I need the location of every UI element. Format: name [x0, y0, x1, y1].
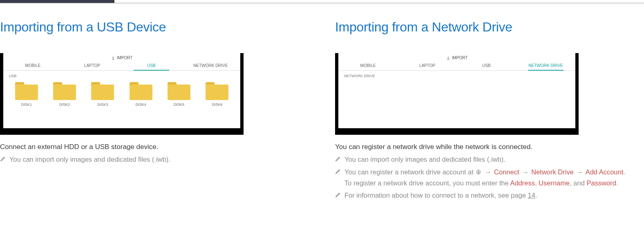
pencil-icon [0, 156, 6, 162]
import-label: IMPORT [117, 56, 133, 60]
svg-point-0 [478, 172, 479, 173]
note2-line2: To register a network drive account, you… [344, 178, 637, 188]
folder-icon [91, 82, 114, 100]
left-title: Importing from a USB Device [0, 20, 302, 35]
folder-icon [130, 82, 152, 100]
tab-usb[interactable]: USB [457, 62, 516, 70]
tab-network-drive[interactable]: NETWORK DRIVE [181, 62, 240, 70]
right-body-text: You can register a network drive while t… [335, 143, 637, 151]
left-column: Importing from a USB Device IMPORT MOBIL… [0, 20, 302, 203]
folders-row: DISK1 DISK2 DISK3 DISK4 DISK5 DISK6 [3, 80, 240, 107]
tab-mobile[interactable]: MOBILE [338, 62, 398, 70]
folder-icon [206, 82, 228, 100]
pencil-icon [335, 192, 341, 198]
download-icon [446, 56, 450, 60]
period: . [623, 168, 625, 176]
tab-laptop[interactable]: LAPTOP [63, 62, 122, 70]
right-column: Importing from a Network Drive IMPORT MO… [335, 20, 637, 203]
field-address: Address [510, 179, 535, 187]
end: . [616, 179, 618, 187]
tab-network-drive[interactable]: NETWORK DRIVE [516, 62, 575, 70]
sub-label: NETWORK DRIVE [338, 71, 575, 80]
folder-label: DISK1 [21, 103, 32, 107]
sub-label: USB [3, 71, 240, 80]
left-body-text: Connect an external HDD or a USB storage… [0, 143, 302, 151]
pencil-icon [335, 168, 341, 174]
folder-item[interactable]: DISK2 [53, 82, 76, 107]
folder-label: DISK4 [136, 103, 146, 107]
folder-item[interactable]: DISK3 [91, 82, 114, 107]
folder-icon [15, 82, 38, 100]
note2-line2-a: To register a network drive account, you… [344, 179, 510, 187]
note2-prefix: You can register a network drive account… [344, 168, 475, 176]
tabs-row: MOBILE LAPTOP USB NETWORK DRIVE [3, 62, 240, 71]
tab-laptop[interactable]: LAPTOP [398, 62, 457, 70]
folder-item[interactable]: DISK4 [130, 82, 152, 107]
left-screenshot: IMPORT MOBILE LAPTOP USB NETWORK DRIVE U… [0, 53, 244, 135]
note3-b: . [535, 192, 537, 199]
download-icon [111, 56, 115, 60]
folder-item[interactable]: DISK5 [168, 82, 190, 107]
folder-label: DISK5 [174, 103, 184, 107]
folder-label: DISK3 [97, 103, 108, 107]
folder-icon [168, 82, 190, 100]
sep: , and [570, 179, 586, 187]
path-connect: Connect [494, 168, 519, 176]
pencil-icon [335, 156, 341, 162]
arrow-icon: → [576, 168, 583, 176]
import-label: IMPORT [452, 56, 468, 60]
folder-label: DISK2 [59, 103, 70, 107]
field-password: Password [587, 179, 616, 187]
tab-mobile[interactable]: MOBILE [3, 62, 63, 70]
note-text: You can import only images and dedicated… [9, 154, 302, 165]
field-username: Username [539, 179, 570, 187]
folder-item[interactable]: DISK1 [15, 82, 38, 107]
folder-icon [53, 82, 76, 100]
gear-icon [475, 169, 482, 176]
folder-label: DISK6 [212, 103, 222, 107]
note-text: You can import only images and dedicated… [344, 154, 637, 165]
sep: , [535, 179, 539, 187]
note-text: For information about how to connect to … [344, 190, 637, 201]
import-header: IMPORT [338, 53, 575, 62]
right-screenshot-inner: IMPORT MOBILE LAPTOP USB NETWORK DRIVE N… [338, 53, 575, 128]
page-link-14[interactable]: 14 [528, 192, 535, 199]
content-columns: Importing from a USB Device IMPORT MOBIL… [0, 3, 644, 203]
right-title: Importing from a Network Drive [335, 20, 637, 35]
path-network-drive: Network Drive [531, 168, 574, 176]
tabs-row: MOBILE LAPTOP USB NETWORK DRIVE [338, 62, 575, 71]
arrow-icon: → [522, 168, 529, 176]
left-screenshot-inner: IMPORT MOBILE LAPTOP USB NETWORK DRIVE U… [3, 53, 240, 128]
import-header: IMPORT [3, 53, 240, 62]
right-screenshot: IMPORT MOBILE LAPTOP USB NETWORK DRIVE N… [335, 53, 579, 135]
note3-a: For information about how to connect to … [344, 192, 528, 199]
top-divider [0, 0, 644, 3]
right-note-3: For information about how to connect to … [335, 190, 637, 201]
right-note-1: You can import only images and dedicated… [335, 154, 637, 165]
path-add-account: Add Account [586, 168, 624, 176]
left-note-1: You can import only images and dedicated… [0, 154, 302, 165]
tab-usb[interactable]: USB [122, 62, 181, 70]
folder-item[interactable]: DISK6 [206, 82, 228, 107]
arrow-icon: → [485, 168, 492, 176]
right-note-2: You can register a network drive account… [335, 167, 637, 188]
note-text: You can register a network drive account… [344, 167, 637, 188]
